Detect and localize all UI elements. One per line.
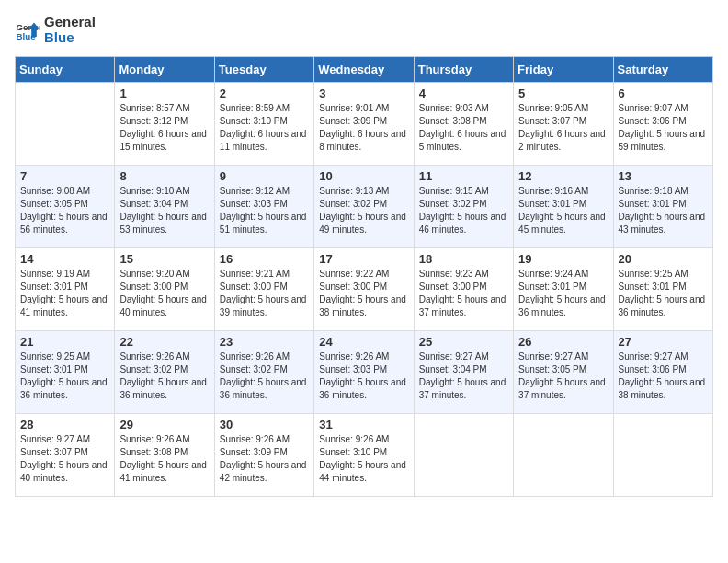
calendar-body: 1Sunrise: 8:57 AMSunset: 3:12 PMDaylight…: [16, 83, 713, 497]
day-number: 28: [20, 418, 109, 431]
day-number: 17: [319, 252, 408, 266]
day-number: 27: [619, 335, 708, 349]
calendar-cell: 5Sunrise: 9:05 AMSunset: 3:07 PMDaylight…: [514, 83, 613, 166]
day-number: 15: [119, 252, 209, 266]
day-info: Sunrise: 9:03 AMSunset: 3:08 PMDaylight:…: [419, 102, 508, 154]
day-number: 11: [419, 169, 508, 183]
day-number: 9: [220, 169, 309, 183]
day-info: Sunrise: 9:13 AMSunset: 3:02 PMDaylight:…: [319, 185, 408, 236]
day-number: 29: [119, 418, 209, 431]
day-number: 24: [319, 335, 408, 349]
calendar-cell: 30Sunrise: 9:26 AMSunset: 3:09 PMDayligh…: [214, 414, 313, 497]
day-number: 18: [419, 252, 508, 266]
calendar-cell: 13Sunrise: 9:18 AMSunset: 3:01 PMDayligh…: [613, 166, 712, 248]
calendar-cell: 4Sunrise: 9:03 AMSunset: 3:08 PMDaylight…: [414, 83, 513, 166]
calendar-cell: 19Sunrise: 9:24 AMSunset: 3:01 PMDayligh…: [514, 248, 613, 331]
header-friday: Friday: [514, 57, 613, 83]
calendar-cell: 8Sunrise: 9:10 AMSunset: 3:04 PMDaylight…: [115, 166, 214, 248]
calendar-header-row: SundayMondayTuesdayWednesdayThursdayFrid…: [16, 57, 713, 83]
calendar-week-5: 28Sunrise: 9:27 AMSunset: 3:07 PMDayligh…: [16, 414, 713, 497]
day-number: 20: [619, 252, 708, 266]
calendar-cell: 29Sunrise: 9:26 AMSunset: 3:08 PMDayligh…: [115, 414, 214, 497]
day-number: 22: [119, 335, 209, 349]
day-info: Sunrise: 9:24 AMSunset: 3:01 PMDaylight:…: [518, 268, 608, 319]
day-info: Sunrise: 9:26 AMSunset: 3:02 PMDaylight:…: [119, 350, 209, 402]
day-number: 14: [20, 252, 109, 266]
logo-icon: General Blue: [15, 17, 40, 43]
header: General Blue General Blue: [15, 15, 713, 45]
calendar-cell: 22Sunrise: 9:26 AMSunset: 3:02 PMDayligh…: [115, 331, 214, 414]
day-number: 1: [119, 86, 209, 100]
day-number: 19: [518, 252, 608, 266]
calendar-table: SundayMondayTuesdayWednesdayThursdayFrid…: [15, 56, 713, 497]
day-info: Sunrise: 9:27 AMSunset: 3:07 PMDaylight:…: [20, 433, 109, 485]
day-info: Sunrise: 8:57 AMSunset: 3:12 PMDaylight:…: [119, 102, 209, 154]
day-info: Sunrise: 9:07 AMSunset: 3:06 PMDaylight:…: [619, 102, 708, 154]
day-number: 6: [619, 86, 708, 100]
day-info: Sunrise: 9:18 AMSunset: 3:01 PMDaylight:…: [619, 185, 708, 236]
day-info: Sunrise: 9:27 AMSunset: 3:04 PMDaylight:…: [419, 350, 508, 402]
day-info: Sunrise: 8:59 AMSunset: 3:10 PMDaylight:…: [220, 102, 309, 154]
header-monday: Monday: [115, 57, 214, 83]
day-info: Sunrise: 9:19 AMSunset: 3:01 PMDaylight:…: [20, 268, 109, 319]
day-number: 12: [518, 169, 608, 183]
calendar-cell: 12Sunrise: 9:16 AMSunset: 3:01 PMDayligh…: [514, 166, 613, 248]
calendar-cell: [414, 414, 513, 497]
day-number: 21: [20, 335, 109, 349]
calendar-cell: 20Sunrise: 9:25 AMSunset: 3:01 PMDayligh…: [613, 248, 712, 331]
calendar-cell: 18Sunrise: 9:23 AMSunset: 3:00 PMDayligh…: [414, 248, 513, 331]
day-number: 5: [518, 86, 608, 100]
day-info: Sunrise: 9:23 AMSunset: 3:00 PMDaylight:…: [419, 268, 508, 319]
day-info: Sunrise: 9:25 AMSunset: 3:01 PMDaylight:…: [20, 350, 109, 402]
day-info: Sunrise: 9:08 AMSunset: 3:05 PMDaylight:…: [20, 185, 109, 236]
day-number: 2: [220, 86, 309, 100]
calendar-week-2: 7Sunrise: 9:08 AMSunset: 3:05 PMDaylight…: [16, 166, 713, 248]
logo-general: General: [44, 15, 96, 30]
day-info: Sunrise: 9:26 AMSunset: 3:10 PMDaylight:…: [319, 433, 408, 485]
day-number: 10: [319, 169, 408, 183]
logo: General Blue General Blue: [15, 15, 96, 45]
calendar-cell: 27Sunrise: 9:27 AMSunset: 3:06 PMDayligh…: [613, 331, 712, 414]
calendar-week-3: 14Sunrise: 9:19 AMSunset: 3:01 PMDayligh…: [16, 248, 713, 331]
day-info: Sunrise: 9:26 AMSunset: 3:08 PMDaylight:…: [119, 433, 209, 485]
day-number: 30: [220, 418, 309, 431]
header-tuesday: Tuesday: [214, 57, 313, 83]
day-number: 8: [119, 169, 209, 183]
header-sunday: Sunday: [16, 57, 115, 83]
day-number: 16: [220, 252, 309, 266]
calendar-cell: 24Sunrise: 9:26 AMSunset: 3:03 PMDayligh…: [314, 331, 414, 414]
day-info: Sunrise: 9:15 AMSunset: 3:02 PMDaylight:…: [419, 185, 508, 236]
day-info: Sunrise: 9:12 AMSunset: 3:03 PMDaylight:…: [220, 185, 309, 236]
calendar-cell: [16, 83, 115, 166]
calendar-cell: 25Sunrise: 9:27 AMSunset: 3:04 PMDayligh…: [414, 331, 513, 414]
calendar-cell: 15Sunrise: 9:20 AMSunset: 3:00 PMDayligh…: [115, 248, 214, 331]
calendar-week-4: 21Sunrise: 9:25 AMSunset: 3:01 PMDayligh…: [16, 331, 713, 414]
day-info: Sunrise: 9:16 AMSunset: 3:01 PMDaylight:…: [518, 185, 608, 236]
day-info: Sunrise: 9:20 AMSunset: 3:00 PMDaylight:…: [119, 268, 209, 319]
day-info: Sunrise: 9:27 AMSunset: 3:05 PMDaylight:…: [518, 350, 608, 402]
calendar-cell: 10Sunrise: 9:13 AMSunset: 3:02 PMDayligh…: [314, 166, 414, 248]
day-info: Sunrise: 9:05 AMSunset: 3:07 PMDaylight:…: [518, 102, 608, 154]
day-info: Sunrise: 9:27 AMSunset: 3:06 PMDaylight:…: [619, 350, 708, 402]
day-number: 13: [619, 169, 708, 183]
calendar-cell: 14Sunrise: 9:19 AMSunset: 3:01 PMDayligh…: [16, 248, 115, 331]
day-info: Sunrise: 9:10 AMSunset: 3:04 PMDaylight:…: [119, 185, 209, 236]
header-wednesday: Wednesday: [314, 57, 414, 83]
day-number: 23: [220, 335, 309, 349]
calendar-cell: 1Sunrise: 8:57 AMSunset: 3:12 PMDaylight…: [115, 83, 214, 166]
calendar-cell: 31Sunrise: 9:26 AMSunset: 3:10 PMDayligh…: [314, 414, 414, 497]
day-number: 3: [319, 86, 408, 100]
day-info: Sunrise: 9:21 AMSunset: 3:00 PMDaylight:…: [220, 268, 309, 319]
calendar-cell: 2Sunrise: 8:59 AMSunset: 3:10 PMDaylight…: [214, 83, 313, 166]
calendar-cell: 17Sunrise: 9:22 AMSunset: 3:00 PMDayligh…: [314, 248, 414, 331]
day-number: 25: [419, 335, 508, 349]
calendar-cell: [514, 414, 613, 497]
calendar-cell: 6Sunrise: 9:07 AMSunset: 3:06 PMDaylight…: [613, 83, 712, 166]
calendar-cell: 21Sunrise: 9:25 AMSunset: 3:01 PMDayligh…: [16, 331, 115, 414]
calendar-cell: 11Sunrise: 9:15 AMSunset: 3:02 PMDayligh…: [414, 166, 513, 248]
day-info: Sunrise: 9:22 AMSunset: 3:00 PMDaylight:…: [319, 268, 408, 319]
calendar-cell: [613, 414, 712, 497]
calendar-cell: 28Sunrise: 9:27 AMSunset: 3:07 PMDayligh…: [16, 414, 115, 497]
day-info: Sunrise: 9:26 AMSunset: 3:03 PMDaylight:…: [319, 350, 408, 402]
calendar-cell: 26Sunrise: 9:27 AMSunset: 3:05 PMDayligh…: [514, 331, 613, 414]
